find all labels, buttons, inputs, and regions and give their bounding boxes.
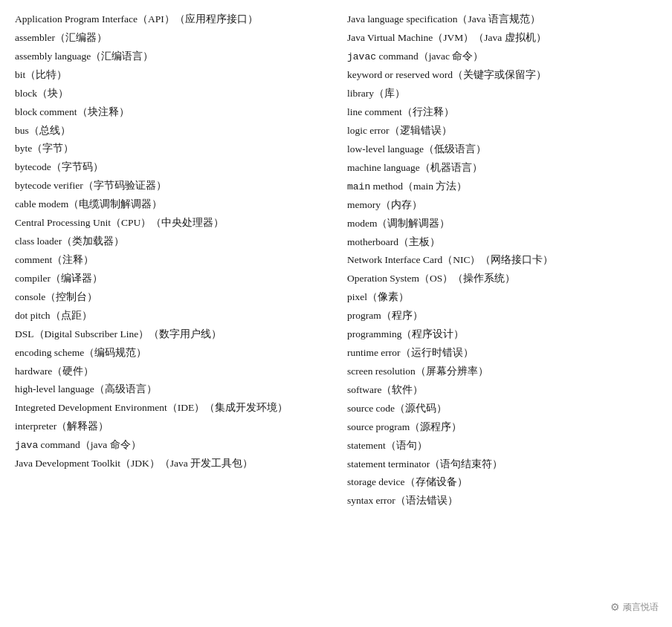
list-item: low-level language（低级语言） (347, 142, 657, 157)
list-item: program（程序） (347, 308, 657, 324)
list-item: source code（源代码） (347, 401, 657, 417)
left-column: Application Program Interface（API）（应用程序接… (15, 12, 340, 512)
watermark-text: 顽言悦语 (623, 601, 659, 614)
list-item: main method（main 方法） (347, 179, 657, 195)
list-item: assembly language（汇编语言） (15, 49, 325, 65)
list-item: java command（java 命令） (15, 438, 325, 453)
list-item: high-level language（高级语言） (15, 382, 325, 397)
list-item: Network Interface Card（NIC）（网络接口卡） (347, 253, 657, 268)
list-item: bus（总线） (15, 123, 325, 139)
list-item: encoding scheme（编码规范） (15, 345, 325, 361)
list-item: assembler（汇编器） (15, 30, 325, 46)
list-item: programming（程序设计） (347, 327, 657, 342)
list-item: pixel（像素） (347, 290, 657, 305)
list-item: statement terminator（语句结束符） (347, 457, 657, 472)
list-item: library（库） (347, 86, 657, 102)
list-item: Java language specification（Java 语言规范） (347, 12, 657, 27)
list-item: Application Program Interface（API）（应用程序接… (15, 12, 325, 27)
list-item: storage device（存储设备） (347, 475, 657, 490)
list-item: statement（语句） (347, 438, 657, 454)
list-item: bytecode verifier（字节码验证器） (15, 178, 325, 194)
list-item: hardware（硬件） (15, 364, 325, 380)
list-item: line comment（行注释） (347, 105, 657, 120)
list-item: logic error（逻辑错误） (347, 123, 657, 139)
list-item: Java Development Toolkit（JDK）（Java 开发工具包… (15, 456, 325, 472)
glossary-container: Application Program Interface（API）（应用程序接… (15, 12, 657, 512)
list-item: memory（内存） (347, 198, 657, 213)
right-column: Java language specification（Java 语言规范）Ja… (340, 12, 657, 512)
list-item: runtime error（运行时错误） (347, 345, 657, 361)
list-item: Integreted Development Environment（IDE）（… (15, 400, 325, 416)
list-item: screen resolution（屏幕分辨率） (347, 364, 657, 380)
list-item: motherboard（主板） (347, 235, 657, 250)
list-item: byte（字节） (15, 141, 325, 157)
list-item: DSL（Digital Subscriber Line）（数字用户线） (15, 327, 325, 342)
watermark: ⚙ 顽言悦语 (610, 601, 659, 614)
list-item: cable modem（电缆调制解调器） (15, 197, 325, 212)
list-item: block（块） (15, 86, 325, 102)
list-item: javac command（javac 命令） (347, 49, 657, 65)
list-item: Central Processing Unit（CPU）（中央处理器） (15, 215, 325, 231)
list-item: keyword or reserved word（关键字或保留字） (347, 68, 657, 83)
list-item: compiler（编译器） (15, 271, 325, 287)
list-item: syntax error（语法错误） (347, 493, 657, 509)
list-item: interpreter（解释器） (15, 419, 325, 435)
list-item: class loader（类加载器） (15, 234, 325, 250)
list-item: bytecode（字节码） (15, 160, 325, 175)
list-item: bit（比特） (15, 68, 325, 83)
list-item: dot pitch（点距） (15, 308, 325, 324)
list-item: block comment（块注释） (15, 105, 325, 120)
list-item: comment（注释） (15, 253, 325, 268)
watermark-icon: ⚙ (610, 601, 620, 614)
list-item: modem（调制解调器） (347, 216, 657, 232)
list-item: software（软件） (347, 383, 657, 398)
list-item: machine language（机器语言） (347, 160, 657, 176)
list-item: source program（源程序） (347, 420, 657, 435)
list-item: Java Virtual Machine（JVM）（Java 虚拟机） (347, 30, 657, 46)
list-item: console（控制台） (15, 290, 325, 305)
list-item: Operation System（OS）（操作系统） (347, 271, 657, 287)
